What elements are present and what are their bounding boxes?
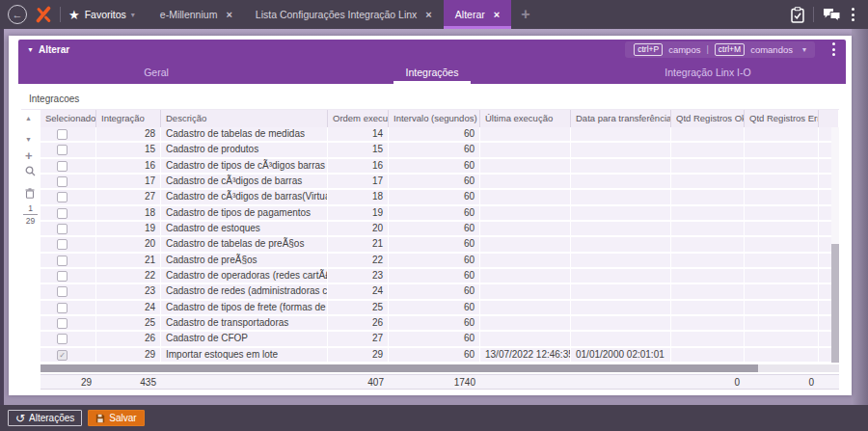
cell-integracao: 28 <box>96 127 161 141</box>
close-icon[interactable]: × <box>494 9 500 20</box>
vertical-scrollbar-thumb[interactable] <box>831 244 839 363</box>
table-row[interactable]: 28Cadastro de tabelas de medidas1460 <box>41 127 839 143</box>
vertical-scrollbar[interactable] <box>831 127 839 364</box>
table-row[interactable]: 16Cadastro de tipos de cÃ³digos barras16… <box>41 159 839 175</box>
column-header[interactable]: Qtd Registros Erro <box>745 110 819 127</box>
table-row[interactable]: 23Cadastro de redes (administradoras car… <box>41 284 839 300</box>
table-row[interactable]: 15Cadastro de produtos1560 <box>41 143 839 158</box>
row-checkbox[interactable] <box>57 208 68 219</box>
app-window: ← ★ Favoritos ▾ e-Millennium × Lista Con… <box>0 0 868 431</box>
ctrl-m-chip[interactable]: ctrl+M <box>715 43 745 56</box>
alterar-panel: ▼ Alterar ctrl+P campos | ctrl+M comando… <box>18 40 846 84</box>
table-row[interactable]: ✓29Importar estoques em lote296013/07/20… <box>41 348 839 364</box>
table-row[interactable]: 21Cadastro de preÃ§os2260 <box>41 254 839 269</box>
row-checkbox[interactable] <box>57 303 68 313</box>
favorites-menu[interactable]: ★ Favoritos ▾ <box>68 9 135 21</box>
column-header[interactable]: Intervalo (segundos) <box>389 110 480 127</box>
column-header[interactable]: Data para transferência <box>571 110 671 127</box>
column-header[interactable]: Selecionado <box>41 110 96 127</box>
row-checkbox[interactable] <box>57 145 68 155</box>
cell-qtd-registros-erro <box>745 206 819 220</box>
cell-qtd-registros-ok <box>671 127 745 141</box>
cell-integracao: 23 <box>96 284 161 298</box>
row-checkbox[interactable] <box>57 256 68 266</box>
chat-icon[interactable] <box>823 8 841 21</box>
salvar-button[interactable]: Salvar <box>88 410 144 426</box>
table-row[interactable]: 19Cadastro de estoques2060 <box>41 222 839 237</box>
cell-ultima-execucao <box>480 332 571 345</box>
tab-e-millennium[interactable]: e-Millennium × <box>149 0 244 29</box>
horizontal-scrollbar[interactable] <box>41 364 839 372</box>
row-checkbox[interactable] <box>57 271 68 282</box>
row-checkbox[interactable] <box>57 192 68 202</box>
table-row[interactable]: 17Cadastro de cÃ³digos de barras1760 <box>41 175 839 190</box>
tab-alterar[interactable]: Alterar × <box>444 0 511 29</box>
cell-data-transferencia <box>571 237 671 251</box>
search-icon[interactable] <box>25 166 36 176</box>
cell-intervalo: 60 <box>389 190 480 203</box>
cell-data-transferencia <box>571 175 671 188</box>
row-checkbox[interactable] <box>57 286 68 297</box>
move-down-icon[interactable]: ▼ <box>25 136 32 143</box>
column-header[interactable]: Qtd Registros Ok <box>671 110 745 127</box>
cell-intervalo: 60 <box>389 127 480 141</box>
footer-ordem: 407 <box>328 377 389 388</box>
delete-icon[interactable] <box>25 188 35 199</box>
move-up-icon[interactable]: ▲ <box>25 115 32 121</box>
row-checkbox[interactable] <box>57 318 68 329</box>
chevron-down-icon[interactable]: ▾ <box>802 45 806 54</box>
close-icon[interactable]: × <box>425 9 431 20</box>
cell-qtd-registros-erro <box>745 222 819 235</box>
table-row[interactable]: 18Cadastro de tipos de pagamentos1960 <box>41 206 839 222</box>
ctrl-p-chip[interactable]: ctrl+P <box>634 43 663 56</box>
clipboard-check-icon[interactable] <box>791 7 804 23</box>
campos-label[interactable]: campos <box>668 44 700 55</box>
close-icon[interactable]: × <box>226 9 231 20</box>
cell-qtd-registros-ok <box>671 143 745 156</box>
cell-ordem-execucao: 27 <box>328 332 389 345</box>
cell-qtd-registros-ok <box>671 159 745 173</box>
column-header[interactable]: Ordem execução <box>328 110 389 127</box>
column-header[interactable]: Última execução <box>480 110 571 127</box>
new-tab-button[interactable]: + <box>521 6 529 23</box>
row-select-cell: ✓ <box>41 348 96 362</box>
row-checkbox[interactable]: ✓ <box>57 350 68 361</box>
integrations-grid: ▲ ▼ + 1 29 <box>21 109 839 388</box>
table-row[interactable]: 26Cadastro de CFOP2760 <box>41 332 839 347</box>
add-row-button[interactable]: + <box>25 149 33 162</box>
table-row[interactable]: 20Cadastro de tabelas de preÃ§os2160 <box>41 237 839 253</box>
table-row[interactable]: 22Cadastro de operadoras (redes cartÃ£o)… <box>41 269 839 284</box>
table-row[interactable]: 24Cadastro de tipos de frete (formas de … <box>41 301 839 316</box>
cell-ordem-execucao: 18 <box>328 190 389 203</box>
cell-ordem-execucao: 26 <box>328 316 389 330</box>
collapse-triangle-icon[interactable]: ▼ <box>27 46 34 53</box>
row-checkbox[interactable] <box>57 129 68 140</box>
cell-ultima-execucao <box>480 316 571 330</box>
tab-lista-configuracoes[interactable]: Lista Configurações Integração Linx × <box>244 0 444 29</box>
row-checkbox[interactable] <box>57 334 68 344</box>
row-checkbox[interactable] <box>57 176 68 187</box>
cell-intervalo: 60 <box>389 316 480 330</box>
table-row[interactable]: 27Cadastro de cÃ³digos de barras(Virtual… <box>41 190 839 205</box>
row-select-cell <box>41 222 96 235</box>
horizontal-scrollbar-thumb[interactable] <box>41 364 758 372</box>
back-button[interactable]: ← <box>8 5 27 24</box>
table-row[interactable]: 25Cadastro de transportadoras2660 <box>41 316 839 332</box>
linx-logo-icon <box>35 6 52 23</box>
row-checkbox[interactable] <box>57 239 68 250</box>
tab-geral[interactable]: Geral <box>18 59 294 84</box>
column-header[interactable]: Integração <box>96 110 161 127</box>
panel-tabs: Geral Integrações Integração Linx I-O <box>18 59 846 84</box>
footer-qtd-ok: 0 <box>671 377 745 388</box>
topbar-menu-button[interactable] <box>850 5 856 25</box>
tab-integracoes[interactable]: Integrações <box>294 59 570 84</box>
alteracoes-button[interactable]: ↺ Alterações <box>8 410 82 426</box>
tab-integracao-linx-io[interactable]: Integração Linx I-O <box>570 59 846 84</box>
row-checkbox[interactable] <box>57 224 68 234</box>
row-checkbox[interactable] <box>57 161 68 172</box>
grid-section-label: Integracoes <box>29 94 79 104</box>
column-header[interactable]: Descrição <box>161 110 328 127</box>
panel-menu-button[interactable] <box>830 40 837 60</box>
cell-qtd-registros-ok <box>671 190 745 203</box>
comandos-label[interactable]: comandos <box>750 44 793 55</box>
